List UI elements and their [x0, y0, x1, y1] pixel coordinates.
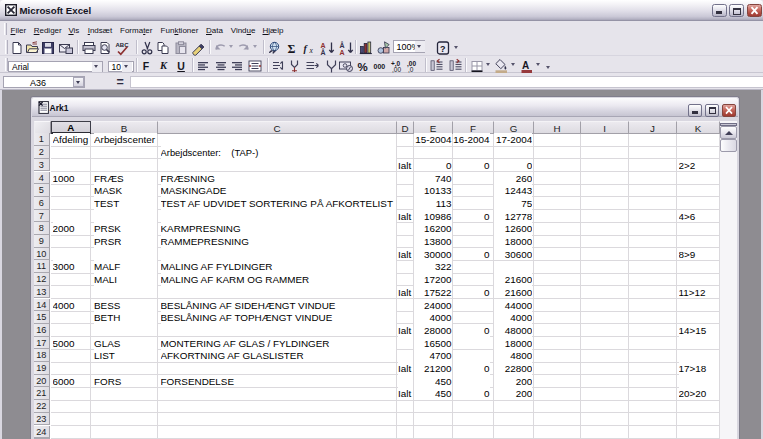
svg-text:ABC: ABC	[116, 42, 130, 48]
svg-text:?: ?	[440, 44, 446, 54]
svg-text:x: x	[309, 46, 314, 55]
svg-text:A: A	[340, 49, 345, 56]
svg-text:%: %	[358, 61, 368, 73]
svg-text:000: 000	[373, 63, 385, 70]
svg-text:f: f	[304, 43, 309, 54]
svg-text:,0: ,0	[408, 66, 414, 73]
svg-text:A: A	[320, 42, 325, 49]
svg-text:,00: ,00	[392, 66, 401, 73]
svg-text:Å: Å	[340, 41, 345, 49]
svg-text:Σ: Σ	[288, 42, 296, 56]
svg-text:Å: Å	[320, 48, 325, 56]
svg-text:A: A	[522, 60, 529, 71]
